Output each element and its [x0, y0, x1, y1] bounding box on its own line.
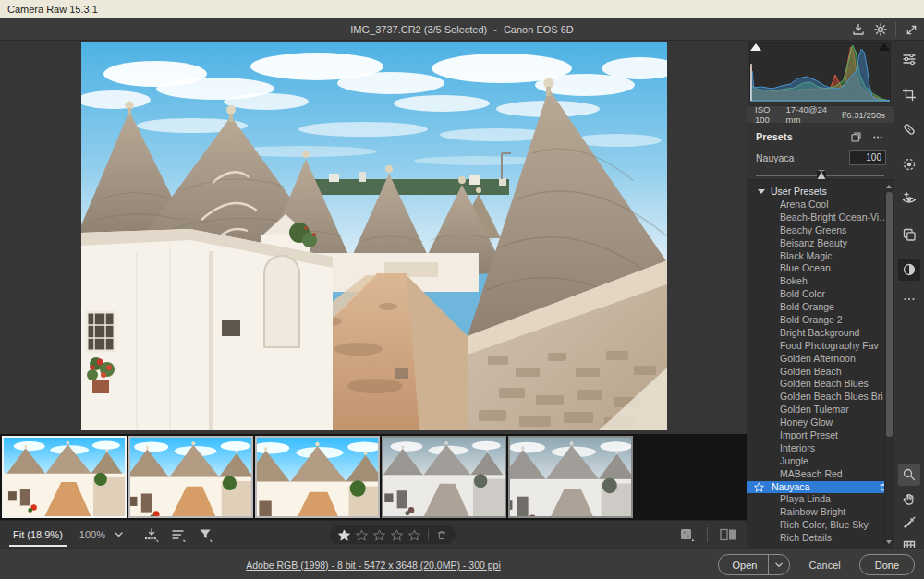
save-options-button[interactable]	[143, 527, 160, 543]
preset-item[interactable]: Bold Orange	[747, 301, 894, 314]
preset-item-label: Bokeh	[780, 275, 894, 288]
crop-icon	[902, 87, 917, 102]
workflow-options[interactable]: Adobe RGB (1998) - 8 bit - 5472 x 3648 (…	[0, 549, 747, 579]
shadow-clipping-indicator[interactable]	[749, 42, 761, 53]
edit-tool-button[interactable]	[898, 48, 920, 70]
filmstrip-thumbnail[interactable]	[255, 436, 380, 518]
photo-preview[interactable]	[81, 42, 667, 430]
preset-item[interactable]: Blue Ocean	[747, 262, 894, 275]
preset-favorite-star-icon[interactable]	[754, 482, 764, 492]
preset-item[interactable]: Rich Details	[747, 532, 894, 545]
filmstrip-thumbnail[interactable]	[508, 436, 633, 518]
zoom-100-button[interactable]: 100%	[79, 529, 105, 540]
preset-item[interactable]: Bokeh	[747, 275, 894, 288]
cancel-button[interactable]: Cancel	[803, 559, 845, 572]
preset-item[interactable]: Bold Orange 2	[747, 314, 894, 327]
sort-order-button[interactable]	[171, 527, 187, 543]
preset-item[interactable]: MABeach Red	[747, 468, 894, 481]
preset-item[interactable]: Beisanz Beauty	[747, 237, 894, 250]
scrollbar-thumb[interactable]	[886, 192, 893, 437]
preset-group-user-presets[interactable]: User Presets	[747, 184, 894, 199]
red-eye-tool-button[interactable]	[898, 188, 920, 211]
presets-tool-button[interactable]	[898, 259, 920, 281]
rating-divider	[428, 529, 429, 540]
preview-toggle-button[interactable]	[678, 526, 696, 543]
star-rating	[338, 529, 420, 541]
preset-item-label: Beach-Bright Ocean-VibrantColor	[780, 211, 894, 224]
preset-list-items: Arena CoolBeach-Bright Ocean-VibrantColo…	[747, 199, 894, 545]
highlight-clipping-indicator[interactable]	[879, 42, 891, 53]
fit-zoom-button[interactable]: Fit (18.9%)	[9, 523, 67, 547]
more-icon	[871, 131, 884, 143]
preset-item[interactable]: Nauyaca	[747, 481, 894, 494]
scroll-down-icon[interactable]	[886, 538, 893, 545]
rating-star-button[interactable]	[408, 529, 420, 541]
preview-canvas[interactable]	[0, 41, 747, 434]
open-button[interactable]: Open	[718, 554, 791, 575]
presets-menu-button[interactable]	[871, 131, 884, 143]
rating-star-button[interactable]	[356, 529, 368, 541]
preset-item-label: Rainbow Bright	[780, 506, 894, 519]
preset-item-label: Golden Beach Blues	[780, 378, 894, 391]
snapshots-button[interactable]	[898, 223, 920, 246]
preset-item[interactable]: Rich Color, Blue Sky	[747, 519, 894, 532]
preset-item[interactable]: Beach-Bright Ocean-VibrantColor	[747, 211, 894, 224]
document-name: IMG_3737.CR2 (3/5 Selected)	[350, 24, 487, 35]
preset-item[interactable]: Honey Glow	[747, 416, 894, 429]
healing-tool-button[interactable]	[898, 118, 920, 140]
histogram[interactable]	[749, 42, 891, 103]
preset-item-label: Rich Color, Blue Sky	[780, 519, 894, 532]
preset-item[interactable]: Golden Tulemar	[747, 404, 894, 416]
rating-star-button[interactable]	[391, 529, 403, 541]
new-preset-button[interactable]	[850, 131, 862, 143]
preset-item[interactable]: Rainbow Bright	[747, 506, 894, 519]
zoom-level-dropdown[interactable]	[115, 532, 123, 537]
filmstrip-thumbnail[interactable]	[2, 436, 127, 518]
preset-item[interactable]: Bright Background	[747, 327, 894, 340]
preset-item-label: Bold Orange	[780, 301, 894, 314]
more-tools-button[interactable]	[898, 288, 920, 310]
rating-star-button[interactable]	[338, 529, 350, 541]
rating-star-button[interactable]	[373, 529, 385, 541]
window-titlebar[interactable]: Camera Raw 15.3.1	[0, 0, 924, 18]
preset-item[interactable]: Import Preset	[747, 429, 894, 442]
filmstrip-thumbnail[interactable]	[382, 436, 506, 518]
preset-list-scrollbar[interactable]	[884, 180, 894, 548]
exif-shutter: 1/250s	[858, 110, 885, 120]
hand-tool-button[interactable]	[898, 488, 920, 510]
new-preset-icon	[850, 131, 862, 143]
preset-item-label: Interiors	[780, 442, 894, 455]
fullscreen-button[interactable]	[900, 20, 922, 39]
open-options-dropdown[interactable]	[769, 562, 789, 568]
done-button[interactable]: Done	[859, 554, 915, 575]
preset-item-label: Golden Beach	[780, 366, 894, 379]
filmstrip-thumbnail[interactable]	[128, 436, 253, 518]
zoom-tool-button[interactable]	[898, 464, 920, 486]
preset-item-label: Beachy Greens	[780, 224, 894, 237]
filter-button[interactable]	[198, 527, 213, 543]
before-after-button[interactable]	[719, 527, 737, 542]
preset-item-label: Nauyaca	[772, 481, 879, 494]
preset-item[interactable]: Food Photography Fav	[747, 340, 894, 353]
preset-item[interactable]: Golden Beach	[747, 366, 894, 379]
crop-tool-button[interactable]	[898, 83, 920, 105]
preset-item[interactable]: Golden Beach Blues	[747, 378, 894, 391]
save-image-button[interactable]	[847, 20, 869, 39]
white-balance-tool-button[interactable]	[898, 512, 920, 534]
preset-amount-value[interactable]: 100	[849, 150, 886, 165]
preset-item[interactable]: Golden Beach Blues Bright	[747, 391, 894, 404]
scroll-up-icon[interactable]	[886, 183, 893, 189]
masking-tool-button[interactable]	[898, 153, 920, 175]
preset-item[interactable]: Playa Linda	[747, 493, 894, 506]
preset-item[interactable]: Jungle	[747, 455, 894, 468]
save-image-icon	[143, 527, 160, 543]
reject-button[interactable]	[436, 529, 447, 541]
preset-item[interactable]: Bold Color	[747, 288, 894, 301]
workflow-link[interactable]: Adobe RGB (1998) - 8 bit - 5472 x 3648 (…	[246, 560, 501, 571]
preferences-button[interactable]	[869, 20, 892, 39]
preset-item[interactable]: Black Magic	[747, 250, 894, 263]
preset-item[interactable]: Arena Cool	[747, 199, 894, 211]
preset-item[interactable]: Golden Afternoon	[747, 353, 894, 366]
preset-item[interactable]: Interiors	[747, 442, 894, 455]
preset-item[interactable]: Beachy Greens	[747, 224, 894, 237]
